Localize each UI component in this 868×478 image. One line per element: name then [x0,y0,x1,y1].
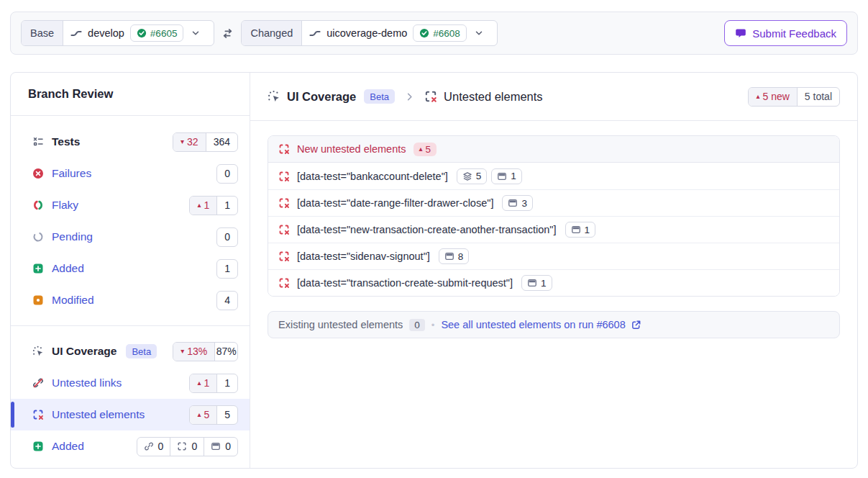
changed-label: Changed [242,21,302,45]
layers-count-badge: 5 [457,168,488,184]
untested-element-icon [278,224,290,235]
breadcrumb-page: Untested elements [444,90,543,104]
sidebar-item-added-tests[interactable]: Added 1 [11,253,250,284]
untested-elements-table: New untested elements ▴5 [data-test="ban… [268,135,840,297]
sidebar-item-label: Tests [52,135,80,148]
table-row[interactable]: [data-test="sidenav-signout"] 8 [268,243,839,269]
sidebar-item-label: Added [52,440,84,453]
flaky-count-badge: ▴1 1 [189,196,238,215]
pending-icon [32,231,44,243]
element-window-icon [571,225,581,235]
sidebar-item-tests[interactable]: Tests ▾32 364 [11,126,250,158]
table-header-label: New untested elements [297,143,406,155]
summary-badge: ▴5 new 5 total [748,87,840,107]
beta-badge: Beta [364,89,395,104]
sidebar-item-untested-elements[interactable]: Untested elements ▴5 5 [11,399,250,430]
ui-coverage-icon [32,346,44,357]
sidebar-item-label: Modified [52,294,94,307]
check-circle-icon [419,28,429,38]
element-count-badge: 3 [502,195,533,211]
table-row[interactable]: [data-test="transaction-create-submit-re… [268,269,839,296]
element-selector: [data-test="bankaccount-delete"] [297,171,448,182]
element-count-badge: 8 [439,248,470,264]
element-window-icon [497,171,507,181]
table-row[interactable]: [data-test="bankaccount-delete"] 5 [268,163,839,189]
existing-elements-count: 0 [409,319,425,331]
sidebar-title: Branch Review [11,73,250,116]
sidebar-item-label: Flaky [52,199,78,212]
untested-link-icon [32,377,44,389]
submit-feedback-label: Submit Feedback [752,27,836,40]
element-window-icon [444,251,454,261]
breadcrumb-section[interactable]: UI Coverage [287,90,356,104]
flaky-icon [32,199,44,211]
untested-element-icon [278,277,290,289]
sidebar-item-label: Untested links [52,376,122,389]
untested-element-icon [424,90,437,103]
added-tests-count-badge: 1 [216,259,238,279]
chevron-down-icon[interactable] [472,28,490,38]
element-count-badge: 1 [491,168,522,184]
check-circle-icon [137,28,147,38]
element-count-badge: 1 [565,222,596,238]
branch-icon [309,27,321,39]
sidebar-item-ui-coverage[interactable]: UI Coverage Beta ▾13% 87% [11,335,250,367]
element-count-badge: 1 [521,275,552,291]
main-content: UI Coverage Beta Untested eleme [250,73,857,468]
base-branch-name: develop [88,27,124,39]
base-branch-select[interactable]: Base develop #6605 [21,20,214,46]
see-all-untested-link[interactable]: See all untested elements on run #6608 [441,319,641,330]
tests-count-badge: ▾32 364 [173,132,238,152]
sidebar-item-untested-links[interactable]: Untested links ▴1 1 [11,367,250,399]
changed-branch-select[interactable]: Changed uicoverage-demo #6608 [241,20,497,46]
compare-toolbar: Base develop #6605 Changed [10,12,858,55]
beta-badge: Beta [126,344,157,358]
ui-coverage-icon [268,90,280,103]
sidebar-item-modified[interactable]: Modified 4 [11,284,250,316]
element-selector: [data-test="new-transaction-create-anoth… [297,224,557,235]
sidebar-item-failures[interactable]: Failures 0 [11,158,250,189]
speech-bubble-icon [735,27,746,39]
added-coverage-counts-badge: 0 0 [137,437,238,456]
sidebar-item-label: Failures [52,167,91,180]
base-run-badge[interactable]: #6605 [130,24,184,42]
untested-links-count-badge: ▴1 1 [189,374,238,393]
sidebar-item-added-coverage[interactable]: Added 0 [11,430,250,462]
chevron-right-icon [404,91,415,102]
sidebar-nav: Tests ▾32 364 Failures 0 [11,116,250,462]
chevron-down-icon[interactable] [189,28,206,38]
changed-run-number: #6608 [433,28,460,39]
element-selector: [data-test="transaction-create-submit-re… [297,277,513,289]
table-row[interactable]: [data-test="new-transaction-create-anoth… [268,216,839,243]
breadcrumb: UI Coverage Beta Untested eleme [268,89,543,104]
content-header: UI Coverage Beta Untested eleme [250,73,857,121]
base-label: Base [22,21,63,45]
test-list-icon [32,136,44,148]
sidebar-item-flaky[interactable]: Flaky ▴1 1 [11,189,250,221]
content-body: New untested elements ▴5 [data-test="ban… [250,121,857,353]
submit-feedback-button[interactable]: Submit Feedback [724,20,847,46]
base-run-number: #6605 [150,28,178,39]
layers-icon [462,171,472,181]
see-all-untested-label: See all untested elements on run #6608 [441,319,625,330]
element-window-icon [527,278,537,288]
external-link-icon [631,320,641,330]
table-row[interactable]: [data-test="date-range-filter-drawer-clo… [268,189,839,216]
element-selector: [data-test="date-range-filter-drawer-clo… [297,197,493,209]
dot-separator: • [431,320,435,330]
modified-count-badge: 4 [216,291,238,310]
changed-branch-name: uicoverage-demo [326,27,407,39]
sidebar-divider [11,325,250,326]
untested-element-icon [32,409,44,420]
sidebar-item-pending[interactable]: Pending 0 [11,221,250,253]
untested-element-icon [278,197,290,209]
failure-icon [32,168,44,179]
new-count-pill: ▴5 [414,143,437,156]
pending-count-badge: 0 [216,227,238,247]
changed-run-badge[interactable]: #6608 [413,24,467,42]
element-window-icon [211,441,221,451]
sidebar-item-label: Pending [52,230,93,243]
swap-branches-icon[interactable] [221,27,234,40]
untested-element-icon [278,171,290,182]
sidebar-item-label: UI Coverage [52,345,117,358]
